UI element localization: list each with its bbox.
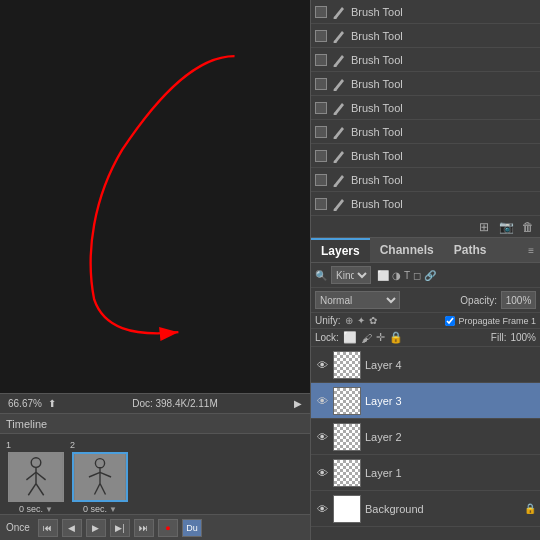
frame-preview [74, 454, 126, 500]
fast-forward-button[interactable]: ⏭ [134, 519, 154, 537]
status-bar: 66.67% ⬆ Doc: 398.4K/2.11M ▶ [0, 393, 310, 413]
brush-icon [331, 196, 347, 212]
action-checkbox[interactable] [315, 30, 327, 42]
layer-item-selected[interactable]: 👁 Layer 3 [311, 383, 540, 419]
action-checkbox[interactable] [315, 102, 327, 114]
app-window: 66.67% ⬆ Doc: 398.4K/2.11M ▶ Timeline 1 [0, 0, 540, 540]
rewind-to-start-button[interactable]: ⏮ [38, 519, 58, 537]
layer-visibility-toggle[interactable]: 👁 [315, 466, 329, 480]
opacity-label: Opacity: [460, 295, 497, 306]
action-checkbox[interactable] [315, 54, 327, 66]
layer-item[interactable]: 👁 Layer 1 [311, 455, 540, 491]
checker-pattern [334, 424, 360, 450]
lock-image-icon[interactable]: 🖌 [361, 332, 372, 344]
layer-visibility-toggle[interactable]: 👁 [315, 394, 329, 408]
frame-duration: 0 sec. ▼ [83, 504, 117, 514]
action-checkbox[interactable] [315, 126, 327, 138]
action-row[interactable]: Brush Tool [311, 192, 540, 216]
duration-dropdown-icon[interactable]: ▼ [109, 505, 117, 514]
action-checkbox[interactable] [315, 78, 327, 90]
action-checkbox[interactable] [315, 174, 327, 186]
action-row[interactable]: Brush Tool [311, 120, 540, 144]
action-row[interactable]: Brush Tool [311, 48, 540, 72]
brush-icon [331, 4, 347, 20]
tab-layers[interactable]: Layers [311, 238, 370, 262]
unify-fx-icon[interactable]: ✿ [369, 315, 377, 326]
layer-visibility-toggle[interactable]: 👁 [315, 502, 329, 516]
unify-position-icon[interactable]: ⊕ [345, 315, 353, 326]
tab-channels[interactable]: Channels [370, 239, 444, 261]
opacity-input[interactable] [501, 291, 536, 309]
pixel-filter-icon[interactable]: ⬜ [377, 270, 389, 281]
layers-tabs: Layers Channels Paths ≡ [311, 238, 540, 263]
status-arrow-icon[interactable]: ▶ [294, 398, 302, 409]
layer-item[interactable]: 👁 Layer 4 [311, 347, 540, 383]
record-button[interactable]: ● [158, 519, 178, 537]
frame-duration-value: 0 sec. [83, 504, 107, 514]
adjustment-filter-icon[interactable]: ◑ [392, 270, 401, 281]
actions-panel: Brush Tool Brush Tool Brush Tool [311, 0, 540, 238]
layer-visibility-toggle[interactable]: 👁 [315, 430, 329, 444]
action-label: Brush Tool [351, 150, 536, 162]
propagate-checkbox[interactable] [445, 316, 455, 326]
duration-dropdown-icon[interactable]: ▼ [45, 505, 53, 514]
blend-mode-select[interactable]: Normal [315, 291, 400, 309]
action-row[interactable]: Brush Tool [311, 72, 540, 96]
layer-item-background[interactable]: 👁 Background 🔒 [311, 491, 540, 527]
step-forward-button[interactable]: ▶| [110, 519, 130, 537]
type-filter-icon[interactable]: T [404, 270, 410, 281]
action-row[interactable]: Brush Tool [311, 0, 540, 24]
action-label: Brush Tool [351, 102, 536, 114]
camera-icon[interactable]: 📷 [498, 219, 514, 235]
delete-icon[interactable]: 🗑 [520, 219, 536, 235]
panel-collapse-button[interactable]: ≡ [522, 241, 540, 260]
action-row[interactable]: Brush Tool [311, 96, 540, 120]
lock-transparency-icon[interactable]: ⬜ [343, 331, 357, 344]
lock-all-icon[interactable]: 🔒 [389, 331, 403, 344]
lock-position-icon[interactable]: ✛ [376, 331, 385, 344]
actions-bottom-bar: ⊞ 📷 🗑 [311, 216, 540, 238]
layers-list: 👁 Layer 4 👁 Layer 3 👁 [311, 347, 540, 540]
fill-label: Fill: [491, 332, 507, 343]
action-label: Brush Tool [351, 126, 536, 138]
step-back-button[interactable]: ◀ [62, 519, 82, 537]
layer-item[interactable]: 👁 Layer 2 [311, 419, 540, 455]
action-row[interactable]: Brush Tool [311, 24, 540, 48]
frame-item[interactable]: 2 0 sec. ▼ [70, 440, 130, 514]
duplicate-button[interactable]: Du [182, 519, 202, 537]
brush-icon [331, 76, 347, 92]
zoom-level: 66.67% [8, 398, 42, 409]
layer-visibility-toggle[interactable]: 👁 [315, 358, 329, 372]
brush-icon [331, 148, 347, 164]
frame-thumb[interactable] [8, 452, 64, 502]
brush-icon [331, 100, 347, 116]
create-group-icon[interactable]: ⊞ [476, 219, 492, 235]
fill-value: 100% [510, 332, 536, 343]
checker-pattern [334, 388, 360, 414]
action-row[interactable]: Brush Tool [311, 168, 540, 192]
tab-paths[interactable]: Paths [444, 239, 497, 261]
action-checkbox[interactable] [315, 150, 327, 162]
frame-thumb-selected[interactable] [72, 452, 128, 502]
brush-icon [331, 52, 347, 68]
unify-style-icon[interactable]: ✦ [357, 315, 365, 326]
unify-label: Unify: [315, 315, 341, 326]
frame-item[interactable]: 1 0 sec. [6, 440, 66, 514]
action-checkbox[interactable] [315, 198, 327, 210]
action-row[interactable]: Brush Tool [311, 144, 540, 168]
export-icon[interactable]: ⬆ [48, 398, 56, 409]
checker-pattern [334, 460, 360, 486]
action-label: Brush Tool [351, 198, 536, 210]
brush-icon [331, 124, 347, 140]
canvas-main [0, 0, 310, 393]
smart-filter-icon[interactable]: 🔗 [424, 270, 436, 281]
layer-kind-select[interactable]: Kind [331, 266, 371, 284]
play-button[interactable]: ▶ [86, 519, 106, 537]
action-checkbox[interactable] [315, 6, 327, 18]
timeline-section: Timeline 1 [0, 413, 310, 540]
timeline-title: Timeline [6, 418, 47, 430]
layers-search-row: 🔍 Kind ⬜ ◑ T ◻ 🔗 [311, 263, 540, 288]
layer-name: Layer 2 [365, 431, 536, 443]
timeline-header: Timeline [0, 414, 310, 434]
shape-filter-icon[interactable]: ◻ [413, 270, 421, 281]
